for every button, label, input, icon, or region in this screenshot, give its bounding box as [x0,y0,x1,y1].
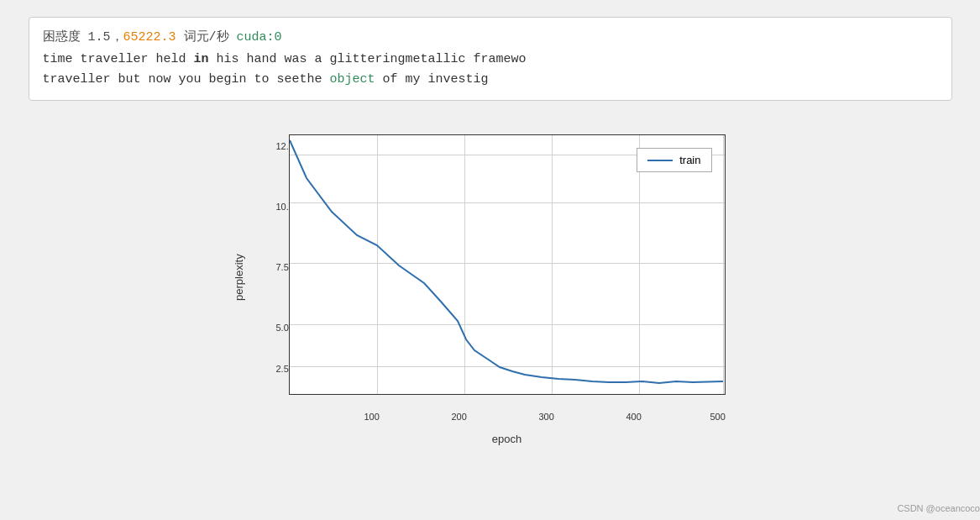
y-tick-7.5: 7.5 [276,262,287,272]
x-axis-label: epoch [289,433,726,445]
y-tick-2.5: 2.5 [276,364,287,374]
y-tick-12.5: 12.5 [276,141,287,151]
line2-text: time traveller held [43,52,194,66]
x-tick-100: 100 [364,412,380,422]
x-tick-400: 400 [626,412,642,422]
train-line [290,140,723,383]
chart-svg [290,135,726,396]
chinese-label: 困惑度 1.5， [43,30,123,45]
x-tick-300: 300 [539,412,554,422]
legend-line-train [647,160,673,161]
chart-section: perplexity 12.5 10.0 7.5 5.0 2.5 [29,126,952,445]
output-text-box: 困惑度 1.5，65222.3 词元/秒 cuda:0 time travell… [29,17,952,101]
page-container: 困惑度 1.5，65222.3 词元/秒 cuda:0 time travell… [29,17,952,454]
line1: 困惑度 1.5，65222.3 词元/秒 cuda:0 [43,28,938,48]
perplexity-number: 65222.3 [123,30,176,45]
line3-to: to [254,72,270,87]
line3-end: of my investig [375,72,489,87]
chart-plot-area: train [289,134,726,395]
y-axis-label: perplexity [230,244,247,311]
bold-in: in [194,52,209,66]
line2: time traveller held in his hand was a gl… [43,50,938,70]
chart-legend: train [637,148,711,172]
line3-object: object [330,72,375,87]
chart-wrapper: perplexity 12.5 10.0 7.5 5.0 2.5 [230,126,751,445]
x-tick-500: 500 [710,412,726,422]
line3: traveller but now you begin to seethe ob… [43,70,938,90]
line3-start: traveller but now you begin [43,72,254,87]
y-tick-5.0: 5.0 [276,323,287,333]
line2-rest: his hand was a glitteringmetallic framew… [209,52,527,66]
legend-label-train: train [679,154,700,166]
x-tick-200: 200 [452,412,467,422]
cuda-label: cuda:0 [237,30,282,45]
unit-label: 词元/秒 [176,30,237,45]
watermark: CSDN @oceancoco [897,503,980,513]
line3-middle: seethe [270,72,330,87]
y-tick-10.0: 10.0 [276,202,287,212]
